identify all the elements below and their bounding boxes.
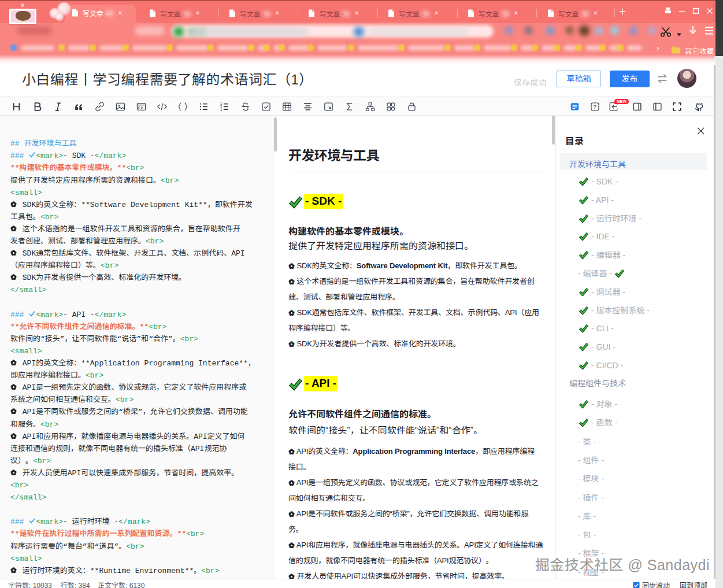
svg-text:?: ? xyxy=(593,103,596,110)
svg-text:3: 3 xyxy=(220,108,222,112)
